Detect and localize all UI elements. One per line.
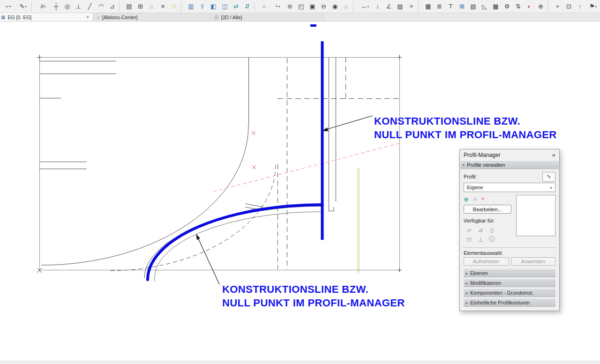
palette-collapsed-section[interactable]: ▸ Modifikatoren [464,279,555,287]
tab-bar-spacer [324,13,600,21]
wall-availability-icon[interactable]: ▱ [464,225,475,234]
fit-view-tool[interactable]: ⊡ ▾ [563,1,574,12]
camera-tool[interactable]: ◉ ▾ [330,1,340,12]
publisher-tool[interactable]: ⇪ ▾ [197,1,208,12]
aufnehmen-button-label: Aufnehmen [473,259,499,264]
pen-style-tool[interactable]: ✎ ▾ [16,1,30,12]
render-tool[interactable]: ◐ ▾ [524,1,535,12]
slope-tool[interactable]: ◺ ▾ [479,1,490,12]
chevron-down-icon: ▾ [45,5,46,8]
slab-availability-icon[interactable]: ⊿ [475,225,486,234]
section-profile-verwalten-label: Profile verwalten [467,162,505,168]
fillet-tool[interactable]: ◠ ▾ [96,1,106,12]
text-tool[interactable]: ≣ ▾ [434,1,445,12]
close-icon[interactable]: × [552,152,555,159]
mesh-tool[interactable]: ▧ ▾ [468,1,479,12]
chevron-down-icon: ▾ [463,163,465,167]
bearbeiten-button[interactable]: Bearbeiten... [464,205,511,214]
shell-tool[interactable]: ⊖ ▾ [318,1,329,12]
chevron-down-icon: ▾ [10,5,11,8]
worksheet-tool[interactable]: ▤ ▾ [124,1,135,12]
snap-reference-tool[interactable]: ◎ ▾ [62,1,73,12]
divider [462,247,557,248]
annotation-bottom[interactable]: KONSTRUKTIONSLINE BZW. NULL PUNKT IM PRO… [222,282,405,310]
cut-tool[interactable]: × ▾ [406,1,417,12]
profile-settings-button[interactable]: ✎ [542,172,555,182]
palette-collapsed-section-label: Modifikatoren [470,280,501,286]
layers-tool[interactable]: ≡ ▾ [158,1,168,12]
pin-tool[interactable]: ⚑ ▾ [586,1,600,12]
layout-book-tool[interactable]: ▥ ▾ [186,1,196,12]
zoom-in-tool[interactable]: ⊕ ▾ [535,1,546,12]
chevron-right-icon: ▸ [466,291,468,295]
orient-tool[interactable]: ↑ ▾ [575,1,585,12]
fill-tool[interactable]: ▨ ▾ [395,1,405,12]
teamwork-tool[interactable]: ⇄ ▾ [231,1,241,12]
arc-tool[interactable]: ◔ ▾ [270,1,284,12]
profile-edit-icon: ✎ [547,174,551,180]
tab-aktions-center[interactable]: ⌂ [Aktions-Center] [93,13,210,21]
solid-tool[interactable]: ▣ ▾ [307,1,318,12]
favorites-tool[interactable]: ☆ ▾ [169,1,180,12]
split-tool[interactable]: ╱ ▾ [84,1,95,12]
trim-tool[interactable]: ⊥ ▾ [73,1,84,12]
circle-tool[interactable]: ○ ▾ [259,1,270,12]
beam-availability-icon[interactable]: ⊓ [464,235,475,244]
morph-tool[interactable]: ◰ ▾ [296,1,307,12]
section-profile-verwalten[interactable]: ▾ Profile verwalten [460,161,559,169]
construction-line-handle[interactable] [310,24,316,27]
status-bar [0,361,600,364]
column-availability-icon[interactable]: ▯ [486,225,497,234]
send-receive-tool[interactable]: ⇵ ▾ [242,1,253,12]
organizer-tool[interactable]: ◫ ▾ [219,1,230,12]
view-map-tool[interactable]: ◧ ▾ [208,1,219,12]
guide-lines-tool[interactable]: ┼ ▾ [51,1,61,12]
profile-dropdown[interactable]: Eigene ▸ [464,183,555,192]
palette-collapsed-section[interactable]: ▸ Einheitliche Profilkonturen [464,298,555,307]
guide-lines [213,143,401,273]
construction-line-arc[interactable] [148,205,322,280]
tab-floor-plan-label: EG [0. EG] [8,15,78,20]
aufnehmen-button[interactable]: Aufnehmen [464,257,509,266]
copy-tool[interactable]: ⊞ ▾ [135,1,146,12]
angle-dimension-tool[interactable]: ∠ ▾ [383,1,394,12]
pan-tool[interactable]: + ▾ [552,1,563,12]
sun-study-tool[interactable]: ☼ ▾ [341,1,352,12]
delete-profile-icon[interactable]: × [481,196,485,202]
label-tool[interactable]: T ▾ [445,1,456,12]
tab-3d[interactable]: ◳ [3D / Alle] [210,13,324,21]
home-story-tool[interactable]: ⌂ ▾ [146,1,157,12]
grid-snap-tool[interactable]: # ▾ [36,1,50,12]
hotspot-markers [252,131,256,169]
sort-tool[interactable]: ⇅ ▾ [513,1,524,12]
intersect-tool[interactable]: ⊿ ▾ [107,1,118,12]
dimension-tool[interactable]: ↔ ▾ [358,1,372,12]
anwenden-button[interactable]: Anwenden [511,257,556,266]
toolbar-separator [418,2,421,11]
zone-tool[interactable]: ⊠ ▾ [457,1,467,12]
schedule-tool[interactable]: ▦ ▾ [423,1,434,12]
main-toolbar: ⌐ ▾ ✎ ▾ # ▾ ┼ ▾ ◎ ▾ ⊥ ▾ ╱ ▾ ◠ ▾ ⊿ ▾ ▤ ▾ [0,0,600,13]
tab-close-icon[interactable]: × [86,15,89,20]
palette-collapsed-section-label: Einheitliche Profilkonturen [470,300,530,305]
hatch-tool[interactable]: ▩ ▾ [490,1,501,12]
palette-collapsed-section[interactable]: ▸ Ebenen [464,269,555,277]
railing-availability-icon[interactable]: ⊥ [475,235,486,244]
settings-tool[interactable]: ⚙ ▾ [502,1,512,12]
annotation-top[interactable]: KONSTRUKTIONSLINE BZW. NULL PUNKT IM PRO… [374,114,557,141]
tab-floor-plan[interactable]: ▦ EG [0. EG] × [0,13,93,21]
toolbar-separator [254,2,257,11]
new-profile-icon[interactable]: ⊕ [464,196,469,203]
chevron-right-icon: ▸ [466,271,468,275]
level-dimension-tool[interactable]: ↕ ▾ [372,1,383,12]
palette-collapsed-section[interactable]: ▸ Komponenten - Grundeinst. [464,289,555,297]
construction-lines[interactable] [148,24,322,280]
ellipse-tool[interactable]: ⊜ ▾ [285,1,295,12]
toolbar-separator [181,2,184,11]
arrow-style-tool[interactable]: ⌐ ▾ [1,1,15,12]
palette-title-bar[interactable]: Profil-Manager × [460,149,559,161]
floor-plan-icon: ▦ [1,15,5,20]
rename-profile-icon[interactable]: A [473,196,477,203]
toolbar-separator [31,2,35,11]
info-icon[interactable]: ⓘ [486,235,497,244]
